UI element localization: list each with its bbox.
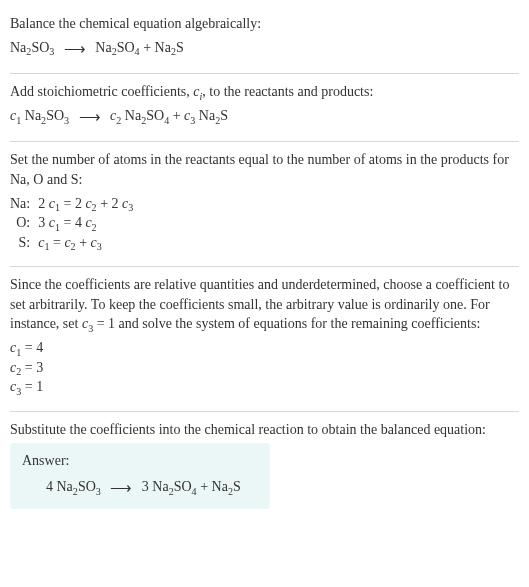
section-atom-balance: Set the number of atoms in the reactants… <box>10 144 519 264</box>
answer-box: Answer: 4 Na2SO3 ⟶ 3 Na2SO4 + Na2S <box>10 443 270 508</box>
species-na2s: Na2S <box>212 479 241 494</box>
species-na2so4: Na2SO4 <box>125 108 169 123</box>
table-row: O: 3 c1 = 4 c2 <box>10 213 139 233</box>
section-coefficients: Add stoichiometric coefficients, ci, to … <box>10 76 519 139</box>
arrow-icon: ⟶ <box>104 477 138 499</box>
equation-na: 2 c1 = 2 c2 + 2 c3 <box>38 194 139 214</box>
element-label-s: S: <box>10 233 38 253</box>
coefficient-c2: c2 = 3 <box>10 358 519 378</box>
species-na2so4: Na2SO4 <box>152 479 196 494</box>
species-na2so3: Na2SO3 <box>57 479 101 494</box>
equation-s: c1 = c2 + c3 <box>38 233 139 253</box>
species-na2so3: Na2SO3 <box>10 40 54 55</box>
atom-balance-table: Na: 2 c1 = 2 c2 + 2 c3 O: 3 c1 = 4 c2 S:… <box>10 194 139 253</box>
coefficient-c1: c1 = 4 <box>10 338 519 358</box>
arrow-icon: ⟶ <box>73 106 107 128</box>
equation-unbalanced: Na2SO3 ⟶ Na2SO4 + Na2S <box>10 38 519 60</box>
divider <box>10 266 519 267</box>
table-row: S: c1 = c2 + c3 <box>10 233 139 253</box>
instruction-atom-balance: Set the number of atoms in the reactants… <box>10 150 519 189</box>
instruction-solve: Since the coefficients are relative quan… <box>10 275 519 334</box>
table-row: Na: 2 c1 = 2 c2 + 2 c3 <box>10 194 139 214</box>
equation-o: 3 c1 = 4 c2 <box>38 213 139 233</box>
section-balance: Balance the chemical equation algebraica… <box>10 8 519 71</box>
element-label-o: O: <box>10 213 38 233</box>
section-solve: Since the coefficients are relative quan… <box>10 269 519 409</box>
divider <box>10 411 519 412</box>
divider <box>10 141 519 142</box>
plus-sign: + <box>143 40 154 55</box>
coefficient-c3: c3 = 1 <box>10 377 519 397</box>
balanced-equation: 4 Na2SO3 ⟶ 3 Na2SO4 + Na2S <box>22 477 258 499</box>
species-na2so3: Na2SO3 <box>25 108 69 123</box>
instruction-balance: Balance the chemical equation algebraica… <box>10 14 519 34</box>
species-na2s: Na2S <box>199 108 228 123</box>
section-answer: Substitute the coefficients into the che… <box>10 414 519 521</box>
species-na2so4: Na2SO4 <box>95 40 139 55</box>
equation-with-coefficients: c1 Na2SO3 ⟶ c2 Na2SO4 + c3 Na2S <box>10 106 519 128</box>
divider <box>10 73 519 74</box>
instruction-substitute: Substitute the coefficients into the che… <box>10 420 519 440</box>
element-label-na: Na: <box>10 194 38 214</box>
coefficient-solution-list: c1 = 4 c2 = 3 c3 = 1 <box>10 338 519 397</box>
instruction-coefficients: Add stoichiometric coefficients, ci, to … <box>10 82 519 102</box>
answer-label: Answer: <box>22 451 258 471</box>
species-na2s: Na2S <box>155 40 184 55</box>
arrow-icon: ⟶ <box>58 38 92 60</box>
